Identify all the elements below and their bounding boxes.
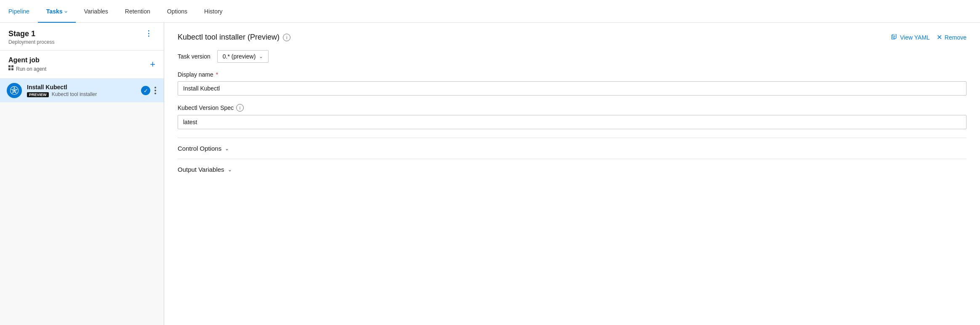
- preview-badge: PREVIEW: [27, 92, 49, 97]
- task-detail-title: Kubectl tool installer (Preview): [178, 33, 280, 42]
- kubectl-task-icon: [7, 83, 22, 98]
- task-detail-header: Kubectl tool installer (Preview) i View …: [178, 33, 967, 42]
- stage-info: Stage 1 Deployment process: [8, 29, 54, 45]
- stage-subtitle: Deployment process: [8, 39, 54, 45]
- task-enabled-indicator: ✓: [141, 86, 150, 95]
- task-item-kubectl[interactable]: Install Kubectl PREVIEW Kubectl tool ins…: [0, 79, 164, 102]
- kubectl-version-section: Kubectl Version Spec i: [178, 104, 967, 129]
- nav-options[interactable]: Options: [159, 0, 196, 23]
- add-task-button[interactable]: +: [150, 60, 155, 69]
- remove-task-button[interactable]: ✕ Remove: [937, 33, 967, 41]
- control-options-label: Control Options: [178, 145, 221, 152]
- agent-job-subtitle: Run on agent: [8, 65, 46, 72]
- right-panel: Kubectl tool installer (Preview) i View …: [164, 23, 980, 325]
- kubectl-version-label: Kubectl Version Spec i: [178, 104, 967, 112]
- nav-tasks[interactable]: Tasks ⌵: [38, 0, 76, 23]
- task-name: Install Kubectl: [27, 84, 136, 91]
- agent-job-info: Agent job Run on agent: [8, 56, 46, 72]
- view-yaml-button[interactable]: View YAML: [891, 34, 930, 41]
- required-indicator: *: [216, 71, 218, 78]
- agent-job-title: Agent job: [8, 56, 46, 64]
- nav-retention-label: Retention: [125, 8, 150, 15]
- output-variables-section[interactable]: Output Variables ⌄: [178, 159, 967, 180]
- task-version-value: 0.* (preview): [223, 53, 256, 60]
- chevron-down-icon: ⌵: [64, 8, 67, 14]
- task-info: Install Kubectl PREVIEW Kubectl tool ins…: [27, 84, 136, 97]
- task-version-select[interactable]: 0.* (preview) ⌄: [217, 50, 269, 63]
- task-version-row: Task version 0.* (preview) ⌄: [178, 50, 967, 63]
- task-version-label: Task version: [178, 53, 210, 60]
- main-layout: Stage 1 Deployment process ︙ Agent job: [0, 23, 980, 325]
- task-info-icon[interactable]: i: [283, 34, 290, 41]
- close-icon: ✕: [937, 33, 942, 41]
- version-chevron-icon: ⌄: [259, 53, 263, 59]
- display-name-section: Display name *: [178, 71, 967, 96]
- display-name-label: Display name *: [178, 71, 967, 78]
- svg-rect-0: [8, 65, 11, 67]
- nav-tasks-label: Tasks: [46, 8, 63, 15]
- kubectl-version-input[interactable]: [178, 115, 967, 129]
- task-actions: ✓: [141, 85, 157, 96]
- nav-pipeline-label: Pipeline: [8, 8, 29, 15]
- stage-header: Stage 1 Deployment process ︙: [0, 23, 164, 51]
- nav-pipeline[interactable]: Pipeline: [0, 0, 38, 23]
- svg-rect-2: [11, 65, 13, 67]
- agent-job-row: Agent job Run on agent +: [0, 51, 164, 79]
- nav-variables-label: Variables: [84, 8, 108, 15]
- svg-point-6: [13, 90, 15, 91]
- svg-rect-1: [8, 68, 11, 70]
- task-header-actions: View YAML ✕ Remove: [891, 33, 967, 41]
- grid-icon: [8, 65, 14, 72]
- task-description: PREVIEW Kubectl tool installer: [27, 91, 136, 97]
- left-panel: Stage 1 Deployment process ︙ Agent job: [0, 23, 164, 325]
- output-variables-label: Output Variables: [178, 166, 224, 173]
- yaml-icon: [891, 34, 897, 41]
- remove-label: Remove: [945, 34, 967, 41]
- task-context-menu-button[interactable]: [154, 85, 157, 96]
- nav-history[interactable]: History: [196, 0, 231, 23]
- svg-rect-3: [11, 68, 13, 70]
- stage-more-button[interactable]: ︙: [143, 29, 155, 38]
- nav-history-label: History: [204, 8, 223, 15]
- kubectl-version-info-icon[interactable]: i: [236, 104, 244, 112]
- nav-variables[interactable]: Variables: [76, 0, 117, 23]
- control-options-chevron-icon: ⌄: [225, 146, 229, 152]
- top-navigation: Pipeline Tasks ⌵ Variables Retention Opt…: [0, 0, 980, 23]
- nav-retention[interactable]: Retention: [117, 0, 159, 23]
- task-header-left: Kubectl tool installer (Preview) i: [178, 33, 290, 42]
- display-name-input[interactable]: [178, 81, 967, 96]
- output-variables-chevron-icon: ⌄: [228, 167, 232, 173]
- control-options-section[interactable]: Control Options ⌄: [178, 138, 967, 159]
- stage-title: Stage 1: [8, 29, 54, 38]
- nav-options-label: Options: [167, 8, 187, 15]
- view-yaml-label: View YAML: [900, 34, 930, 41]
